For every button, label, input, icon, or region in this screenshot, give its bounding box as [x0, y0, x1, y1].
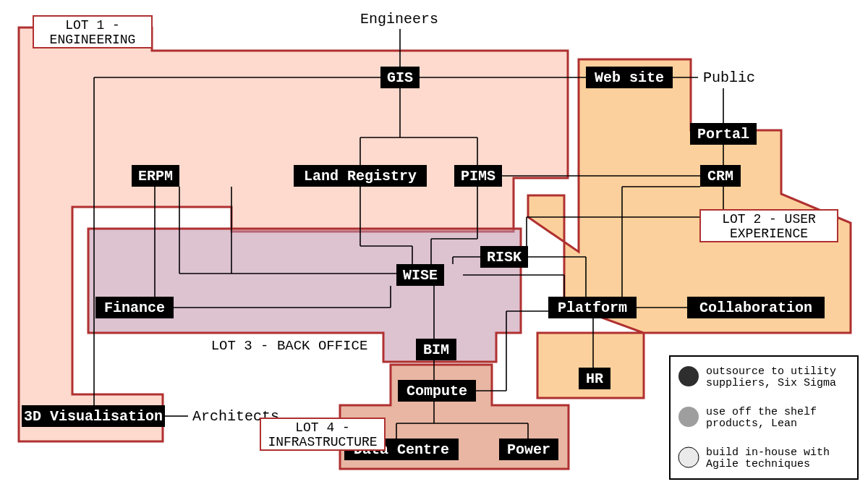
diagram: GIS Web site Portal ERPM Land Registry P…	[0, 0, 868, 487]
svg-text:outsource to utility: outsource to utility	[706, 365, 836, 378]
svg-text:Finance: Finance	[104, 300, 165, 316]
node-crm: CRM	[700, 165, 741, 187]
node-compute: Compute	[398, 380, 476, 402]
legend: outsource to utility suppliers, Six Sigm…	[670, 356, 858, 479]
svg-text:WISE: WISE	[403, 267, 438, 284]
svg-text:LOT 2 - USER: LOT 2 - USER	[722, 212, 816, 226]
svg-text:Power: Power	[507, 441, 550, 458]
svg-text:products, Lean: products, Lean	[706, 418, 797, 430]
node-portal: Portal	[690, 123, 757, 145]
svg-text:ENGINEERING: ENGINEERING	[50, 33, 136, 47]
svg-text:LOT 1 -: LOT 1 -	[65, 18, 120, 33]
svg-text:RISK: RISK	[487, 249, 522, 266]
svg-text:CRM: CRM	[707, 168, 733, 185]
svg-point-98	[678, 407, 699, 427]
svg-text:Compute: Compute	[407, 383, 467, 399]
svg-text:EXPERIENCE: EXPERIENCE	[730, 226, 808, 241]
svg-text:Web site: Web site	[595, 69, 664, 86]
lot4-label: LOT 4 - INFRASTRUCTURE	[260, 418, 385, 450]
svg-text:3D Visualisation: 3D Visualisation	[24, 408, 163, 425]
lot3-label: LOT 3 - BACK OFFICE	[211, 338, 368, 354]
node-bim: BIM	[416, 339, 456, 360]
node-finance: Finance	[95, 297, 174, 318]
node-collab: Collaboration	[687, 297, 825, 318]
svg-text:build in-house with: build in-house with	[706, 446, 830, 459]
svg-text:suppliers, Six Sigma: suppliers, Six Sigma	[706, 377, 836, 389]
svg-text:PIMS: PIMS	[461, 168, 495, 185]
lot1-label: LOT 1 - ENGINEERING	[33, 16, 152, 48]
svg-text:Portal: Portal	[697, 126, 749, 143]
node-website: Web site	[586, 67, 673, 88]
node-power: Power	[499, 439, 558, 460]
node-gis: GIS	[380, 67, 420, 88]
svg-text:Platform: Platform	[558, 300, 627, 316]
node-pims: PIMS	[454, 165, 502, 187]
actor-public: Public	[703, 69, 755, 86]
svg-text:INFRASTRUCTURE: INFRASTRUCTURE	[268, 435, 377, 449]
node-hr: HR	[579, 368, 610, 389]
svg-text:Land Registry: Land Registry	[304, 168, 417, 185]
node-platform: Platform	[548, 297, 637, 318]
svg-text:ERPM: ERPM	[138, 168, 173, 185]
svg-point-95	[678, 366, 699, 386]
svg-text:BIM: BIM	[423, 342, 449, 358]
svg-point-101	[678, 447, 699, 467]
svg-text:GIS: GIS	[387, 69, 413, 86]
svg-text:HR: HR	[586, 370, 603, 387]
node-wise: WISE	[396, 264, 444, 286]
svg-text:LOT 3 - BACK OFFICE: LOT 3 - BACK OFFICE	[211, 338, 368, 354]
node-risk: RISK	[480, 246, 528, 268]
node-viz3d: 3D Visualisation	[22, 405, 165, 427]
node-landreg: Land Registry	[294, 165, 427, 187]
lot2-label: LOT 2 - USER EXPERIENCE	[700, 210, 838, 242]
svg-text:Agile techniques: Agile techniques	[706, 458, 810, 470]
svg-text:use off the shelf: use off the shelf	[706, 406, 817, 418]
actor-engineers: Engineers	[360, 11, 438, 27]
node-erpm: ERPM	[132, 165, 179, 187]
svg-text:LOT 4 -: LOT 4 -	[295, 420, 350, 435]
svg-text:Collaboration: Collaboration	[699, 300, 812, 316]
